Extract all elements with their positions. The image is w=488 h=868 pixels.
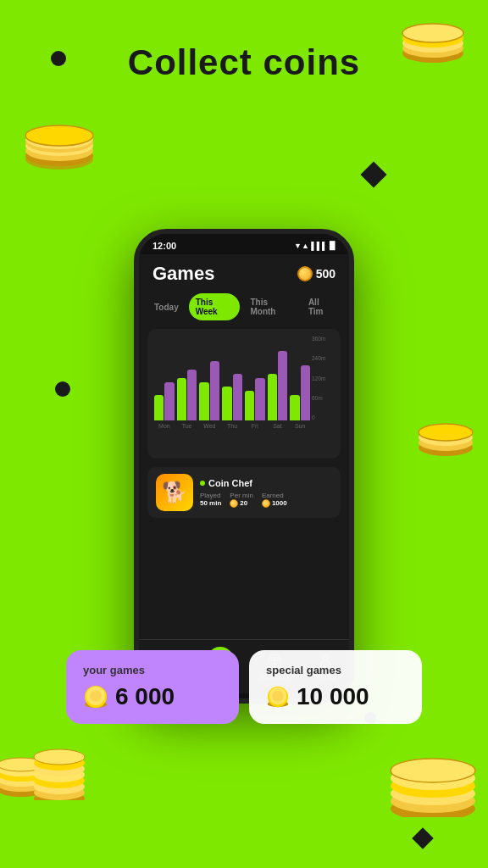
game-name-row: Coin Chef	[200, 478, 332, 488]
svg-point-29	[34, 749, 85, 765]
special-games-coin-icon	[266, 685, 290, 709]
game-row[interactable]: 🐕 Coin Chef Played50 min Per min 20	[147, 467, 341, 518]
tab-this-month[interactable]: This Month	[243, 293, 297, 320]
svg-point-50	[90, 690, 102, 702]
game-info: Coin Chef Played50 min Per min 20 Ea	[200, 478, 332, 508]
bar-mon	[154, 382, 175, 420]
status-icons: ▼▲ ▌▌▌ ▉	[294, 242, 336, 250]
svg-point-54	[272, 691, 283, 702]
special-games-card: special games 10 000	[249, 650, 422, 724]
x-label-fri: Fri	[245, 423, 265, 429]
bg-dot-2	[55, 381, 70, 397]
bar-sun	[290, 365, 310, 420]
game-stat-earned: Earned 1000	[262, 492, 287, 508]
svg-point-35	[391, 759, 475, 782]
game-icon: 🐕	[156, 474, 193, 511]
coin-top-left	[17, 119, 102, 170]
stats-row: your games 6 000 special games 10 000	[66, 650, 422, 724]
coin-balance-badge: 500	[297, 266, 336, 281]
x-label-sat: Sat	[268, 423, 288, 429]
your-games-card: your games 6 000	[66, 650, 239, 724]
bg-diamond-2	[412, 827, 433, 849]
coin-right-mid	[412, 415, 480, 458]
y-label-120: 120m	[312, 376, 334, 381]
special-games-label: special games	[266, 664, 405, 676]
tabs-row: Today This Week This Month All Tim	[139, 290, 349, 324]
x-label-mon: Mon	[154, 423, 175, 429]
coin-icon	[297, 266, 313, 281]
game-name: Coin Chef	[208, 478, 252, 488]
bar-tue	[177, 370, 197, 420]
your-games-label: your games	[83, 664, 222, 676]
chart-bars: 360m 240m 120m 60m 0	[154, 336, 334, 420]
bar-sat	[268, 351, 288, 420]
phone-mockup: 12:00 ▼▲ ▌▌▌ ▉ Games 500 Today This Week…	[134, 229, 354, 704]
phone-screen: Games 500 Today This Week This Month All…	[139, 254, 349, 693]
y-label-0: 0	[312, 415, 334, 420]
bar-wed	[199, 361, 219, 420]
coin-top-right	[395, 17, 471, 64]
special-games-value: 10 000	[266, 683, 405, 710]
bg-diamond-1	[360, 161, 386, 187]
app-title: Games	[152, 263, 214, 285]
x-label-sun: Sun	[290, 423, 310, 429]
online-dot	[200, 481, 205, 486]
tab-this-week[interactable]: This Week	[189, 293, 241, 320]
status-time: 12:00	[152, 241, 176, 251]
bar-fri	[245, 378, 265, 420]
chart-area: 360m 240m 120m 60m 0 Mon Tue Wed Thu Fri…	[147, 329, 341, 459]
spacer	[139, 521, 349, 639]
y-label-360: 360m	[312, 336, 334, 342]
svg-point-15	[419, 424, 473, 441]
app-header: Games 500	[139, 254, 349, 290]
x-label-tue: Tue	[177, 423, 197, 429]
game-stat-played: Played50 min	[200, 492, 221, 508]
x-label-wed: Wed	[199, 423, 219, 429]
svg-point-6	[25, 125, 93, 146]
your-games-coin-icon	[83, 684, 108, 709]
y-label-60: 60m	[312, 395, 334, 401]
bar-thu	[222, 374, 242, 420]
svg-point-11	[402, 24, 463, 42]
tab-today[interactable]: Today	[147, 298, 186, 316]
chart-x-labels: Mon Tue Wed Thu Fri Sat Sun	[154, 423, 334, 429]
your-games-value: 6 000	[83, 683, 222, 710]
status-bar: 12:00 ▼▲ ▌▌▌ ▉	[139, 234, 349, 254]
y-label-240: 240m	[312, 355, 334, 361]
game-stats: Played50 min Per min 20 Earned 1000	[200, 492, 332, 508]
tab-all-time[interactable]: All Tim	[302, 293, 341, 320]
game-stat-per-min: Per min 20	[230, 492, 253, 508]
x-label-thu: Thu	[222, 423, 242, 429]
coin-balance: 500	[316, 267, 336, 281]
